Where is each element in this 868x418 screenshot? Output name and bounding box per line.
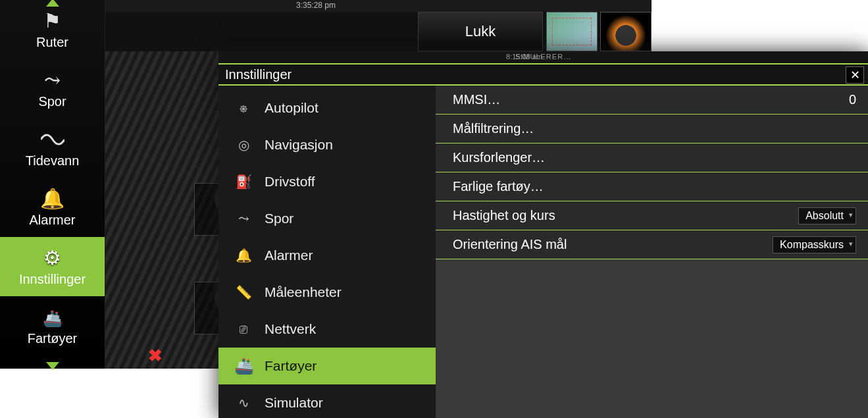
back-clock: 3:35:28 pm (296, 1, 336, 10)
cat-simulator[interactable]: Simulator (218, 384, 436, 418)
simulator-icon (234, 395, 253, 411)
sidebar-item-label: Spor (38, 94, 66, 109)
sidebar-item-label: Ruter (36, 35, 68, 50)
settings-window: SIMULERER… 8:15:08 am Innstillinger ✕ Au… (218, 51, 868, 418)
ship-icon (234, 357, 253, 375)
settings-clock: 8:15:08 am (506, 53, 542, 61)
row-farlige-fartoy[interactable]: Farlige fartøy… (436, 172, 868, 201)
row-value: 0 (849, 92, 856, 107)
row-label: Orientering AIS mål (453, 237, 567, 252)
cat-navigasjon[interactable]: Navigasjon (218, 126, 436, 163)
error-x-icon: ✖ (148, 346, 163, 366)
wheel-icon (234, 101, 253, 116)
cat-nettverk[interactable]: Nettverk (218, 311, 436, 348)
compass-icon (234, 137, 253, 153)
speed-dropdown[interactable]: Absolutt (798, 207, 856, 224)
row-kursforlenger[interactable]: Kursforlenger… (436, 144, 868, 172)
settings-statusbar: SIMULERER… 8:15:08 am (218, 51, 868, 63)
gear-icon (43, 246, 61, 269)
scroll-down-icon[interactable] (46, 362, 59, 370)
row-label: Kursforlenger… (453, 150, 545, 165)
orientation-dropdown[interactable]: Kompasskurs (773, 236, 856, 253)
bell-icon (40, 187, 64, 210)
sidebar-item-fartoyer[interactable]: Fartøyer (0, 296, 105, 355)
back-thumbnails (546, 12, 651, 51)
cat-drivstoff[interactable]: Drivstoff (218, 163, 436, 200)
row-label: Målfiltrering… (453, 121, 534, 136)
track-icon (234, 211, 253, 226)
cat-label: Nettverk (265, 321, 316, 337)
cat-label: Simulator (265, 395, 323, 411)
row-label: MMSI… (453, 92, 500, 107)
tide-icon (41, 128, 64, 151)
sidebar-item-tidevann[interactable]: Tidevann (0, 118, 105, 178)
sidebar-item-alarmer[interactable]: Alarmer (0, 178, 105, 237)
sidebar: Ruter Spor Tidevann Alarmer Innstillinge… (0, 0, 105, 369)
cat-label: Drivstoff (265, 174, 315, 190)
close-button[interactable]: ✕ (846, 66, 864, 84)
cat-label: Måleenheter (265, 284, 342, 300)
network-icon (234, 322, 253, 337)
close-panel-button[interactable]: Lukk (418, 12, 543, 51)
cat-spor[interactable]: Spor (218, 200, 436, 237)
row-hastighet-og-kurs[interactable]: Hastighet og kurs Absolutt (436, 201, 868, 230)
ruler-icon (234, 284, 253, 300)
detail-empty-area (436, 259, 868, 418)
sidebar-item-innstillinger[interactable]: Innstillinger (0, 237, 105, 296)
row-malfiltrering[interactable]: Målfiltrering… (436, 115, 868, 144)
sidebar-item-spor[interactable]: Spor (0, 59, 105, 118)
track-icon (44, 68, 61, 91)
sidebar-item-label: Fartøyer (28, 331, 78, 346)
fuel-icon (234, 174, 253, 190)
cat-label: Autopilot (265, 100, 319, 116)
row-mmsi[interactable]: MMSI… 0 (436, 86, 868, 115)
cat-label: Fartøyer (265, 358, 317, 374)
bell-icon (234, 248, 253, 263)
cat-fartoyer[interactable]: Fartøyer (218, 348, 436, 384)
ship-icon (43, 306, 63, 328)
scroll-up-icon[interactable] (46, 0, 59, 7)
flag-icon (43, 9, 61, 32)
settings-detail-panel: MMSI… 0 Målfiltrering… Kursforlenger… Fa… (436, 86, 868, 418)
cat-maleenheter[interactable]: Måleenheter (218, 274, 436, 311)
cat-label: Navigasjon (265, 137, 333, 153)
sidebar-item-label: Tidevann (26, 153, 80, 169)
row-label: Farlige fartøy… (453, 179, 544, 194)
close-icon: ✕ (850, 68, 860, 82)
dropdown-value: Kompasskurs (780, 239, 844, 250)
row-label: Hastighet og kurs (453, 208, 555, 223)
sidebar-item-ruter[interactable]: Ruter (0, 0, 105, 59)
cat-alarmer[interactable]: Alarmer (218, 237, 436, 274)
chart-thumb-icon[interactable] (546, 12, 598, 51)
settings-category-list: Autopilot Navigasjon Drivstoff Spor Alar… (218, 86, 436, 418)
row-orientering-ais[interactable]: Orientering AIS mål Kompasskurs (436, 230, 868, 259)
settings-titlebar: Innstillinger ✕ (218, 63, 868, 86)
sidebar-item-label: Innstillinger (19, 272, 86, 287)
dropdown-value: Absolutt (805, 210, 844, 221)
sidebar-item-label: Alarmer (29, 213, 75, 228)
settings-title: Innstillinger (225, 67, 292, 82)
cat-label: Spor (265, 211, 294, 226)
gauge-thumb-icon[interactable] (600, 12, 651, 51)
cat-label: Alarmer (265, 248, 313, 263)
cat-autopilot[interactable]: Autopilot (218, 90, 436, 126)
close-panel-label: Lukk (465, 23, 496, 40)
